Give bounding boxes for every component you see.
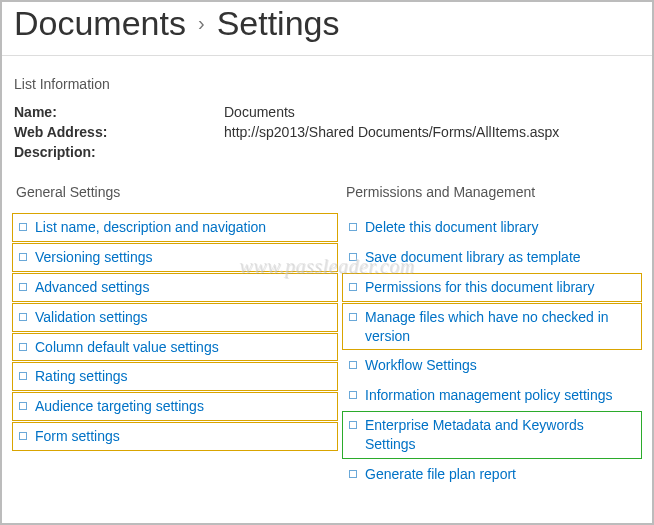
name-label: Name: bbox=[14, 104, 224, 120]
bullet-icon bbox=[19, 253, 27, 261]
general-link-label[interactable]: Audience targeting settings bbox=[35, 397, 204, 416]
breadcrumb-root[interactable]: Documents bbox=[14, 4, 186, 43]
web-address-label: Web Address: bbox=[14, 124, 224, 140]
general-link[interactable]: Rating settings bbox=[12, 362, 338, 391]
description-value bbox=[224, 144, 640, 160]
breadcrumb: Documents › Settings bbox=[0, 0, 654, 56]
perms-link-label[interactable]: Enterprise Metadata and Keywords Setting… bbox=[365, 416, 635, 454]
chevron-right-icon: › bbox=[196, 12, 207, 35]
general-link[interactable]: Column default value settings bbox=[12, 333, 338, 362]
bullet-icon bbox=[349, 391, 357, 399]
breadcrumb-current: Settings bbox=[217, 4, 340, 43]
perms-link-label[interactable]: Workflow Settings bbox=[365, 356, 477, 375]
general-settings-column: General Settings List name, description … bbox=[10, 180, 340, 490]
list-information-heading: List Information bbox=[0, 56, 654, 98]
perms-link-label[interactable]: Save document library as template bbox=[365, 248, 581, 267]
general-link[interactable]: Versioning settings bbox=[12, 243, 338, 272]
web-address-value[interactable]: http://sp2013/Shared Documents/Forms/All… bbox=[224, 124, 640, 140]
general-link[interactable]: Validation settings bbox=[12, 303, 338, 332]
perms-link[interactable]: Enterprise Metadata and Keywords Setting… bbox=[342, 411, 642, 459]
bullet-icon bbox=[349, 313, 357, 321]
permissions-column: Permissions and Management Delete this d… bbox=[340, 180, 644, 490]
general-settings-heading: General Settings bbox=[10, 180, 340, 212]
general-link-label[interactable]: Column default value settings bbox=[35, 338, 219, 357]
perms-link-label[interactable]: Delete this document library bbox=[365, 218, 539, 237]
bullet-icon bbox=[19, 283, 27, 291]
general-link-label[interactable]: Advanced settings bbox=[35, 278, 149, 297]
perms-link[interactable]: Generate file plan report bbox=[342, 460, 642, 489]
bullet-icon bbox=[349, 470, 357, 478]
bullet-icon bbox=[349, 283, 357, 291]
bullet-icon bbox=[19, 432, 27, 440]
perms-link[interactable]: Save document library as template bbox=[342, 243, 642, 272]
perms-link[interactable]: Delete this document library bbox=[342, 213, 642, 242]
bullet-icon bbox=[349, 361, 357, 369]
general-link[interactable]: Audience targeting settings bbox=[12, 392, 338, 421]
general-link-label[interactable]: List name, description and navigation bbox=[35, 218, 266, 237]
general-link[interactable]: List name, description and navigation bbox=[12, 213, 338, 242]
general-link[interactable]: Advanced settings bbox=[12, 273, 338, 302]
bullet-icon bbox=[19, 372, 27, 380]
bullet-icon bbox=[19, 343, 27, 351]
general-link-label[interactable]: Form settings bbox=[35, 427, 120, 446]
bullet-icon bbox=[349, 223, 357, 231]
perms-link-label[interactable]: Generate file plan report bbox=[365, 465, 516, 484]
general-link[interactable]: Form settings bbox=[12, 422, 338, 451]
perms-link-label[interactable]: Manage files which have no checked in ve… bbox=[365, 308, 635, 346]
perms-link[interactable]: Workflow Settings bbox=[342, 351, 642, 380]
perms-link-label[interactable]: Information management policy settings bbox=[365, 386, 612, 405]
permissions-heading: Permissions and Management bbox=[340, 180, 644, 212]
bullet-icon bbox=[349, 421, 357, 429]
bullet-icon bbox=[349, 253, 357, 261]
perms-link[interactable]: Manage files which have no checked in ve… bbox=[342, 303, 642, 351]
general-link-label[interactable]: Versioning settings bbox=[35, 248, 153, 267]
general-link-label[interactable]: Validation settings bbox=[35, 308, 148, 327]
name-value: Documents bbox=[224, 104, 640, 120]
list-information-table: Name: Documents Web Address: http://sp20… bbox=[0, 98, 654, 174]
perms-link-label[interactable]: Permissions for this document library bbox=[365, 278, 595, 297]
general-link-label[interactable]: Rating settings bbox=[35, 367, 128, 386]
bullet-icon bbox=[19, 402, 27, 410]
perms-link[interactable]: Permissions for this document library bbox=[342, 273, 642, 302]
bullet-icon bbox=[19, 313, 27, 321]
description-label: Description: bbox=[14, 144, 224, 160]
bullet-icon bbox=[19, 223, 27, 231]
perms-link[interactable]: Information management policy settings bbox=[342, 381, 642, 410]
